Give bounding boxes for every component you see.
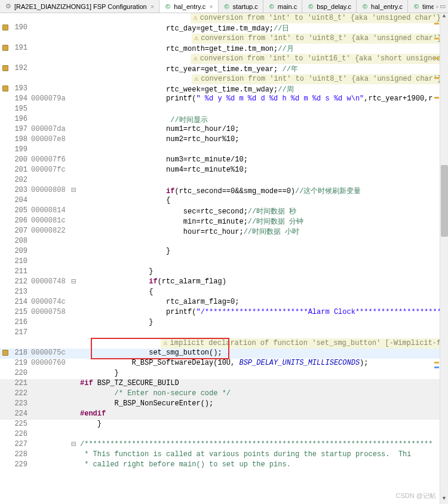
code-line[interactable]: 20300000808⊟ if(rtc_second==0&&smg_mode=… — [0, 186, 448, 196]
code-line[interactable]: 209 } — [0, 247, 448, 257]
code-line[interactable]: 198000007e8 num2=rtc_hour%10; — [0, 135, 448, 145]
marker-gutter — [0, 277, 11, 288]
fold-gutter[interactable]: ⊟ — [69, 277, 78, 288]
code-line[interactable]: 195 — [0, 105, 448, 115]
code-line[interactable]: 220 } — [0, 369, 448, 379]
code-line[interactable]: 217 — [0, 328, 448, 338]
code-line[interactable]: ⚠implicit declaration of function 'set_s… — [0, 338, 448, 349]
restore-icon[interactable]: ▫ — [436, 3, 438, 10]
overview-ruler[interactable] — [434, 13, 440, 504]
line-number: 212 — [11, 277, 30, 288]
code-line[interactable]: 227⊟/***********************************… — [0, 440, 448, 450]
c-file-icon: © — [268, 3, 275, 10]
scroll-down-arrow[interactable]: ▼ — [440, 496, 448, 504]
tab-label: bsp_delay.c — [317, 3, 351, 10]
code-line[interactable]: 229 * called right before main() to set … — [0, 460, 448, 471]
code-line[interactable]: 20700000822 hour=rtc_hour;//时间数据 小时 — [0, 227, 448, 237]
code-line[interactable]: 200000007f6 num3=rtc_minute/10; — [0, 155, 448, 166]
tab-bsp-delay-c[interactable]: ©bsp_delay.c — [302, 0, 357, 13]
c-file-icon: © — [361, 3, 369, 10]
code-line[interactable]: 228 * This function is called at various… — [0, 450, 448, 460]
address — [30, 257, 69, 267]
tab-startup-c[interactable]: ©startup.c — [219, 0, 263, 13]
code-line[interactable]: 21500000758 printf("/*******************… — [0, 308, 448, 318]
code-line[interactable]: 191 rtc_month=get_time.tm_mon;//月 — [0, 44, 448, 54]
line-number: 192 — [11, 64, 30, 74]
code-line[interactable]: 201000007fc num4=rtc_minute%10; — [0, 166, 448, 176]
code-line[interactable]: 210 — [0, 257, 448, 267]
address — [30, 64, 69, 74]
fold-gutter[interactable]: ⊟ — [69, 186, 78, 196]
code-line[interactable]: 193 rtc_week=get_time.tm_wday;//周 — [0, 84, 448, 94]
tab-main-c[interactable]: ©main.c — [263, 0, 302, 13]
code-line[interactable]: 221#if BSP_TZ_SECURE_BUILD — [0, 379, 448, 389]
code-content[interactable]: ⚠conversion from 'int' to 'uint8_t' {aka… — [0, 13, 448, 504]
code-line[interactable]: 21200000748⊟ if(rtc_alarm_flag) — [0, 277, 448, 288]
code-line[interactable]: 197000007da num1=rtc_hour/10; — [0, 125, 448, 135]
maximize-icon[interactable]: ▭ — [440, 2, 446, 10]
marker-gutter — [0, 420, 11, 430]
code-line[interactable]: 211 } — [0, 267, 448, 277]
code-text: R_BSP_SoftwareDelay(10U, BSP_DELAY_UNITS… — [78, 359, 448, 369]
address — [30, 23, 69, 33]
code-line[interactable]: 2060000081c min=rtc_minute;//时间数据 分钟 — [0, 216, 448, 227]
code-line[interactable]: ⚠conversion from 'int' to 'uint8_t' {aka… — [0, 74, 448, 84]
vertical-scrollbar[interactable]: ▲ ▼ — [440, 13, 448, 504]
tab--ra2e1-dianzizhong1--fsp-configuration[interactable]: ⚙[RA2E1_DIANZIZHONG1] FSP Configuration× — [0, 0, 159, 13]
address — [30, 338, 69, 349]
line-number: 199 — [11, 145, 30, 155]
code-line[interactable]: 226 — [0, 430, 448, 440]
marker-gutter — [0, 84, 11, 94]
scroll-up-arrow[interactable]: ▲ — [440, 13, 448, 22]
code-line[interactable]: 196 //时间显示 — [0, 115, 448, 125]
code-line[interactable]: 2180000075c set_smg_button(); — [0, 349, 448, 359]
code-line[interactable]: ⚠conversion from 'int' to 'uint8_t' {aka… — [0, 13, 448, 23]
line-number: 200 — [11, 155, 30, 166]
fold-gutter[interactable]: ⊟ — [69, 440, 78, 450]
code-line[interactable]: ⚠conversion from 'int' to 'uint8_t' {aka… — [0, 33, 448, 44]
scroll-thumb[interactable] — [441, 165, 448, 237]
address: 00000748 — [30, 277, 69, 288]
fold-gutter — [69, 247, 78, 257]
line-number: 216 — [11, 318, 30, 328]
code-line[interactable]: 21900000760 R_BSP_SoftwareDelay(10U, BSP… — [0, 359, 448, 369]
tab-hal-entry-c[interactable]: ©hal_entry.c× — [159, 0, 218, 13]
fold-gutter — [69, 84, 78, 94]
tab-label: timer_smg.c — [422, 3, 434, 10]
marker-gutter — [0, 115, 11, 125]
tab-timer-smg-c[interactable]: ©timer_smg.c — [408, 0, 434, 13]
code-line[interactable]: 225 } — [0, 420, 448, 430]
code-line[interactable]: 202 — [0, 176, 448, 186]
fold-gutter — [69, 410, 78, 420]
code-line[interactable]: 190 rtc_day=get_time.tm_mday;//日 — [0, 23, 448, 33]
tab-hal-entry-c[interactable]: ©hal_entry.c — [357, 0, 408, 13]
address — [30, 450, 69, 460]
code-line[interactable]: 204 { — [0, 196, 448, 206]
marker-gutter — [0, 338, 11, 349]
fold-gutter — [69, 237, 78, 247]
code-line[interactable]: 20500000814 sec=rtc_second;//时间数据 秒 — [0, 206, 448, 216]
code-line[interactable]: 213 { — [0, 288, 448, 298]
code-line[interactable]: 2140000074c rtc_alarm_flag=0; — [0, 298, 448, 308]
code-line[interactable]: ⚠conversion from 'int' to 'uint16_t' {ak… — [0, 54, 448, 64]
marker-gutter — [0, 206, 11, 216]
code-line[interactable]: 223 R_BSP_NonSecureEnter(); — [0, 399, 448, 410]
marker-gutter — [0, 135, 11, 145]
code-line[interactable]: 224#endif — [0, 410, 448, 420]
code-line[interactable]: 192 rtc_year=get_time.tm_year; //年 — [0, 64, 448, 74]
close-icon[interactable]: × — [209, 3, 213, 10]
code-line[interactable]: 222 /* Enter non-secure code */ — [0, 389, 448, 399]
marker-gutter — [0, 318, 11, 328]
code-line[interactable]: 216 } — [0, 318, 448, 328]
fold-gutter — [69, 64, 78, 74]
warning-bug-icon — [2, 85, 8, 91]
line-number: 210 — [11, 257, 30, 267]
warning-bug-icon — [2, 350, 8, 356]
code-text: num1=rtc_hour/10; — [78, 125, 448, 135]
code-line[interactable]: 199 — [0, 145, 448, 155]
code-line[interactable]: 208 — [0, 237, 448, 247]
close-icon[interactable]: × — [151, 3, 154, 10]
line-number: 195 — [11, 105, 30, 115]
code-line[interactable]: 1940000079a printf(" %d y %d m %d d %d h… — [0, 94, 448, 105]
address — [30, 440, 69, 450]
